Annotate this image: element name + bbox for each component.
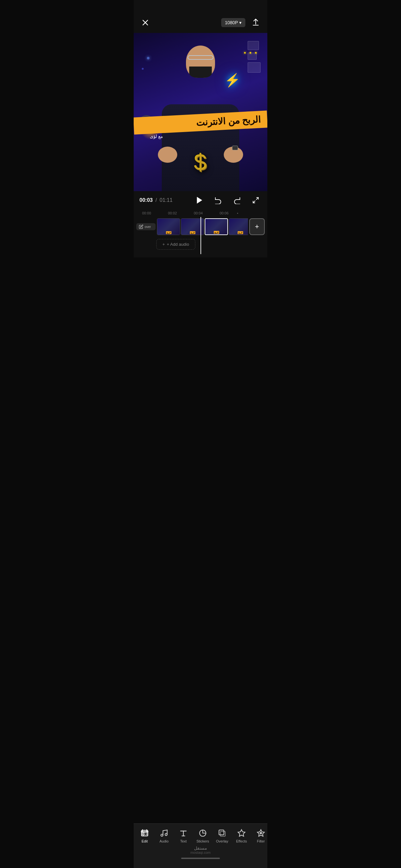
video-preview[interactable]: ⚡ الربح من الانترنت مع لؤى $ — [134, 33, 267, 191]
beard — [189, 66, 212, 78]
title-banner-text: الربح من الانترنت — [140, 114, 261, 131]
ruler-tick-2: 00:04 — [185, 211, 211, 215]
time-display: 00:03 / 01:11 — [140, 197, 173, 203]
svg-line-4 — [253, 201, 255, 203]
pencil-icon — [139, 224, 143, 229]
dollar-sign: $ — [194, 150, 207, 175]
top-right-controls: 1080P ▾ — [221, 17, 261, 28]
ambient-light-1 — [147, 57, 150, 59]
playback-controls-bar: 00:03 / 01:11 — [134, 191, 267, 209]
ambient-light-2 — [142, 68, 144, 70]
undo-icon — [214, 196, 222, 204]
redo-button[interactable] — [231, 194, 243, 206]
glasses — [188, 55, 213, 60]
current-time: 00:03 — [140, 197, 153, 203]
timeline-ruler: 00:00 00:02 00:04 00:06 • — [134, 209, 267, 217]
track-label-text: over — [145, 225, 151, 228]
close-button[interactable] — [140, 17, 151, 28]
ruler-tick-3: 00:06 — [211, 211, 237, 215]
playhead — [201, 217, 201, 254]
video-clip-3[interactable]: الربح — [205, 218, 228, 235]
ruler-tick-0: 00:00 — [134, 211, 159, 215]
video-clip-4[interactable]: الربح — [228, 218, 248, 235]
undo-button[interactable] — [212, 194, 224, 206]
play-icon — [195, 196, 204, 205]
video-container: ⚡ الربح من الانترنت مع لؤى $ — [134, 33, 267, 191]
add-icon: + — [162, 242, 165, 247]
add-audio-button[interactable]: + + Add audio — [156, 239, 195, 250]
person-left-hand — [158, 147, 177, 163]
quality-arrow-icon: ▾ — [239, 20, 242, 25]
timeline-tracks: over الربح الربح الربح — [134, 217, 267, 254]
add-audio-label: + Add audio — [167, 242, 189, 247]
redo-icon — [233, 196, 241, 204]
export-icon — [252, 19, 259, 27]
media-controls — [194, 194, 261, 206]
quality-button[interactable]: 1080P ▾ — [221, 18, 245, 27]
export-button[interactable] — [250, 17, 261, 28]
fullscreen-button[interactable] — [250, 194, 261, 206]
play-button[interactable] — [194, 194, 205, 206]
watch — [232, 146, 238, 150]
video-clips: الربح الربح الربح الربح — [157, 218, 248, 235]
close-icon — [142, 19, 149, 26]
fullscreen-icon — [252, 197, 259, 204]
total-time: 01:11 — [159, 197, 173, 203]
ruler-tick-extra: • — [237, 211, 250, 215]
time-separator: / — [155, 197, 158, 203]
quality-label: 1080P — [225, 20, 238, 25]
top-bar: 1080P ▾ — [134, 0, 267, 33]
person-head — [186, 45, 215, 78]
wall-decorations — [248, 41, 260, 73]
svg-marker-2 — [197, 197, 202, 204]
ruler-tick-1: 00:02 — [159, 211, 185, 215]
video-clip-1[interactable]: الربح — [157, 218, 180, 235]
neon-lightning: ⚡ — [224, 73, 241, 88]
string-lights — [244, 52, 257, 54]
add-clip-button[interactable]: + — [249, 218, 265, 235]
subtitle-text: مع لؤى — [150, 134, 163, 139]
svg-line-3 — [256, 197, 258, 199]
timeline-section: 00:00 00:02 00:04 00:06 • over الربح — [134, 209, 267, 257]
track-edit-label[interactable]: over — [136, 223, 156, 230]
